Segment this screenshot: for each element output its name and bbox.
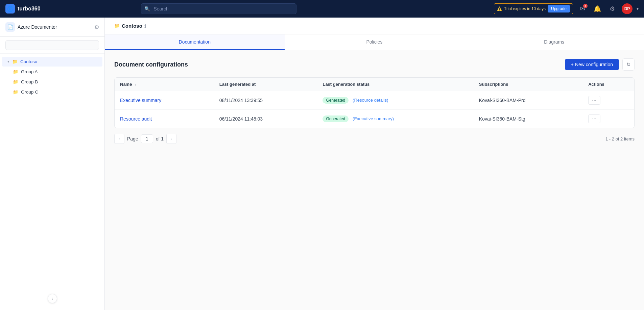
upgrade-button[interactable]: Upgrade <box>548 5 570 12</box>
sidebar-module-name: Azure Documenter <box>18 24 57 30</box>
trial-banner: ⚠️ Trial expires in 10 days Upgrade <box>494 3 573 14</box>
folder-icon: 📁 <box>13 89 18 95</box>
search-icon: 🔍 <box>144 6 150 11</box>
main-content: 📁 Contoso ℹ Documentation Policies Diagr… <box>105 18 644 310</box>
row-name-link[interactable]: Executive summary <box>120 98 161 103</box>
breadcrumb-label: Contoso <box>122 23 142 29</box>
pagination-left: ‹ Page of 1 › <box>114 134 176 144</box>
folder-icon: 📁 <box>13 69 18 74</box>
next-page-button[interactable]: › <box>166 134 176 144</box>
app-layout: 📄 Azure Documenter ⚙ 🔍 ▾ 📁 Contoso 📁 Gro… <box>0 18 644 310</box>
status-badge: Generated <box>323 115 349 122</box>
cell-name: Resource audit <box>115 110 214 128</box>
header-actions: + New configuration ↻ <box>565 58 635 71</box>
cell-actions: ··· <box>583 110 634 128</box>
table-row: Executive summary 08/11/2024 13:39:55 Ge… <box>115 91 634 110</box>
pagination: ‹ Page of 1 › 1 - 2 of 2 items <box>114 128 635 144</box>
breadcrumb: 📁 Contoso ℹ <box>105 18 644 34</box>
page-input[interactable] <box>141 134 153 143</box>
tab-policies[interactable]: Policies <box>285 34 464 50</box>
tab-diagrams[interactable]: Diagrams <box>464 34 644 50</box>
row-name-link[interactable]: Resource audit <box>120 116 152 122</box>
col-actions: Actions <box>583 78 634 91</box>
sidebar-header: 📄 Azure Documenter ⚙ <box>0 18 104 37</box>
notifications-button[interactable]: 🔔 <box>592 3 603 14</box>
status-detail-link[interactable]: (Executive summary) <box>353 116 394 121</box>
sidebar: 📄 Azure Documenter ⚙ 🔍 ▾ 📁 Contoso 📁 Gro… <box>0 18 105 310</box>
notification-badge: 3 <box>583 4 588 8</box>
content-header: Document configurations + New configurat… <box>114 58 635 71</box>
chevron-down-icon[interactable]: ▾ <box>637 6 639 11</box>
warning-icon: ⚠️ <box>497 6 502 11</box>
settings-button[interactable]: ⚙ <box>607 3 618 14</box>
prev-page-button[interactable]: ‹ <box>114 134 124 144</box>
cell-subscription: Kovai-SI360-BAM-Stg <box>474 110 583 128</box>
sidebar-item-group-c[interactable]: 📁 Group C <box>2 87 102 97</box>
cell-actions: ··· <box>583 91 634 110</box>
table-row: Resource audit 06/11/2024 11:48:03 Gener… <box>115 110 634 128</box>
cell-last-generated: 08/11/2024 13:39:55 <box>214 91 317 110</box>
refresh-icon: ↻ <box>626 61 631 68</box>
row-actions-button[interactable]: ··· <box>588 96 600 105</box>
sidebar-item-group-a[interactable]: 📁 Group A <box>2 67 102 77</box>
cell-status: Generated (Executive summary) <box>317 110 473 128</box>
page-of-label: of 1 <box>156 136 164 141</box>
bell-icon: 🔔 <box>594 5 601 12</box>
trial-text: Trial expires in 10 days <box>504 6 546 11</box>
content-area: Document configurations + New configurat… <box>105 50 644 310</box>
status-badge: Generated <box>323 97 349 104</box>
tabs-bar: Documentation Policies Diagrams <box>105 34 644 50</box>
tab-documentation[interactable]: Documentation <box>105 34 285 50</box>
logo-icon: 🌀 <box>5 4 15 14</box>
breadcrumb-folder-icon: 📁 <box>114 23 120 28</box>
sidebar-item-label: Group B <box>21 79 38 84</box>
chevron-left-icon: ‹ <box>52 296 53 301</box>
search-input[interactable] <box>141 3 296 14</box>
sidebar-item-label: Group A <box>21 69 38 74</box>
status-detail-link[interactable]: (Resource details) <box>353 98 388 103</box>
col-subscriptions: Subscriptions <box>474 78 583 91</box>
col-last-generated: Last generated at <box>214 78 317 91</box>
sidebar-search-wrap: 🔍 <box>5 40 99 50</box>
configurations-table: Name ↑ Last generated at Last generation… <box>114 77 635 128</box>
cell-last-generated: 06/11/2024 11:48:03 <box>214 110 317 128</box>
chevron-down-icon: ▾ <box>7 59 9 64</box>
sidebar-item-label: Contoso <box>20 59 37 64</box>
top-navigation: 🌀 turbo360 🔍 ⚠️ Trial expires in 10 days… <box>0 0 644 18</box>
avatar[interactable]: DP <box>622 3 633 14</box>
sidebar-title: 📄 Azure Documenter <box>5 22 57 32</box>
cell-status: Generated (Resource details) <box>317 91 473 110</box>
app-name: turbo360 <box>18 6 41 12</box>
folder-icon: 📁 <box>13 79 18 84</box>
table-header-row: Name ↑ Last generated at Last generation… <box>115 78 634 91</box>
new-configuration-button[interactable]: + New configuration <box>565 59 619 70</box>
topnav-right: ⚠️ Trial expires in 10 days Upgrade ✉ 3 … <box>494 3 639 14</box>
info-icon[interactable]: ℹ <box>144 23 146 29</box>
cell-subscription: Kovai-SI360-BAM-Prd <box>474 91 583 110</box>
module-icon: 📄 <box>5 22 15 32</box>
folder-icon: 📁 <box>12 59 18 64</box>
sort-icon[interactable]: ↑ <box>135 82 137 86</box>
items-summary: 1 - 2 of 2 items <box>605 136 635 141</box>
page-label: Page <box>127 136 138 141</box>
refresh-button[interactable]: ↻ <box>622 58 635 71</box>
sidebar-item-contoso[interactable]: ▾ 📁 Contoso <box>2 57 102 67</box>
col-name: Name ↑ <box>115 78 214 91</box>
table: Name ↑ Last generated at Last generation… <box>115 78 634 128</box>
search-container: 🔍 <box>141 3 296 14</box>
sidebar-collapse-button[interactable]: ‹ <box>48 294 57 303</box>
sidebar-item-group-b[interactable]: 📁 Group B <box>2 77 102 87</box>
table-body: Executive summary 08/11/2024 13:39:55 Ge… <box>115 91 634 128</box>
sidebar-gear-icon[interactable]: ⚙ <box>94 24 99 30</box>
sidebar-search-input[interactable] <box>5 40 99 50</box>
sidebar-search-container: 🔍 <box>0 37 104 54</box>
app-logo[interactable]: 🌀 turbo360 <box>5 4 41 14</box>
col-status: Last generation status <box>317 78 473 91</box>
sidebar-item-label: Group C <box>21 89 38 95</box>
sidebar-nav: ▾ 📁 Contoso 📁 Group A 📁 Group B 📁 Group … <box>0 54 104 310</box>
messages-button[interactable]: ✉ 3 <box>577 3 588 14</box>
cell-name: Executive summary <box>115 91 214 110</box>
gear-icon: ⚙ <box>610 5 615 12</box>
page-title: Document configurations <box>114 61 188 68</box>
row-actions-button[interactable]: ··· <box>588 114 600 123</box>
